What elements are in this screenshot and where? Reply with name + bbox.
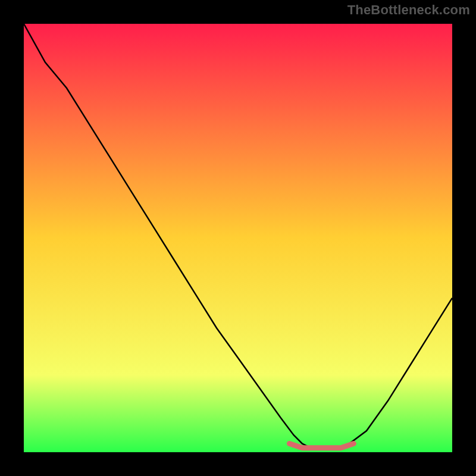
watermark-label: TheBottleneck.com <box>347 2 470 18</box>
gradient-background <box>24 24 452 452</box>
plot-area <box>24 24 452 452</box>
bottleneck-chart <box>24 24 452 452</box>
chart-frame: TheBottleneck.com <box>0 0 476 476</box>
